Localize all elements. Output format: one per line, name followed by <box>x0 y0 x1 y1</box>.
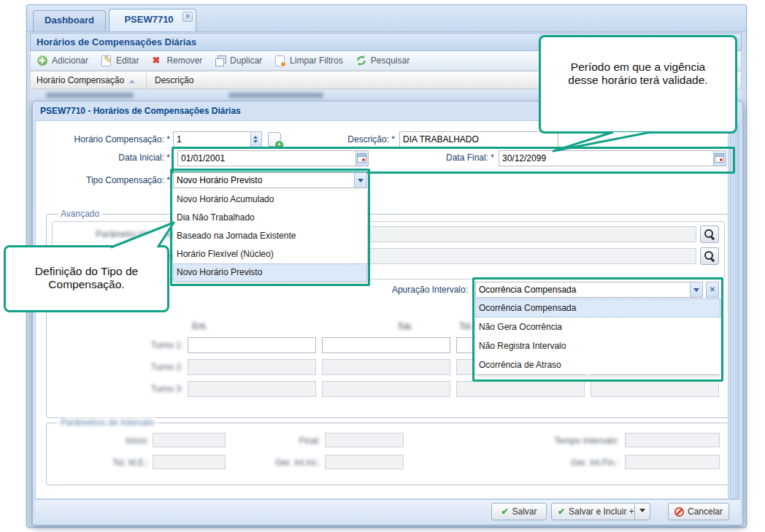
turno3-ent-field <box>188 381 316 397</box>
turno2-sai-field <box>322 359 450 375</box>
data-final-label: Data Final: * <box>424 153 494 163</box>
spinner-down-icon[interactable] <box>253 140 258 145</box>
dialog-title: PSEW7710 - Horários de Compensações Diár… <box>40 106 241 116</box>
apuracao-intervalo-combo[interactable]: Ocorrência Compensada <box>475 282 703 298</box>
tempo-intervalo-field <box>625 433 720 447</box>
horario-compensacao-field[interactable]: 1 <box>173 131 262 147</box>
refresh-icon <box>355 55 367 66</box>
dropdown-option-selected[interactable]: Novo Horário Previsto <box>173 263 367 282</box>
tab-psew7710[interactable]: PSEW7710 ✕ <box>109 9 196 31</box>
search-button[interactable]: Pesquisar <box>355 55 410 66</box>
final-label: Final: <box>247 436 320 446</box>
number-spinner[interactable] <box>250 132 261 147</box>
tol-me-field <box>153 455 226 469</box>
tab-close-icon[interactable]: ✕ <box>182 12 193 22</box>
data-inicial-field[interactable]: 01/01/2001 <box>177 150 369 166</box>
blurred-cell <box>228 93 323 98</box>
vertical-scrollbar[interactable] <box>728 122 739 499</box>
search-button-label: Pesquisar <box>371 55 410 66</box>
tipo-compensacao-label: Tipo Compensação: * <box>68 175 170 185</box>
grid-col-horario[interactable]: Horário Compensação <box>36 75 135 85</box>
param1-lookup-button[interactable] <box>700 225 719 243</box>
calendar-icon <box>357 153 366 163</box>
dropdown-option[interactable]: Não Registra Intervalo <box>475 336 720 355</box>
callout-definicao-text: Definição do Tipo de Compensação. <box>35 265 138 290</box>
turno1-label: Turno 1: <box>139 340 183 350</box>
dropdown-option[interactable]: Ocorrência de Atraso <box>475 355 720 374</box>
callout-periodo-pointer <box>547 130 657 153</box>
grid-col-horario-label: Horário Compensação <box>36 75 124 85</box>
grid-col-descricao-label: Descrição <box>155 75 193 85</box>
tempo-intervalo-label: Tempo Intervalo: <box>531 436 619 446</box>
check-icon <box>501 506 508 517</box>
new-record-icon[interactable] <box>268 132 281 147</box>
callout-definicao: Definição do Tipo de Compensação. <box>4 245 169 312</box>
date-trigger[interactable] <box>355 151 368 166</box>
clear-filters-icon <box>274 55 286 66</box>
screenshot-root: { "tabs": { "dashboard": "Dashboard", "p… <box>0 0 765 532</box>
dropdown-option[interactable]: Dia Não Trabalhado <box>173 209 367 227</box>
descricao-field[interactable]: DIA TRABALHADO <box>399 131 558 147</box>
save-and-add-button[interactable]: Salvar e Incluir + <box>551 503 650 520</box>
turno1-ent-field[interactable] <box>188 337 316 353</box>
turno2-ent-field <box>188 359 316 375</box>
apuracao-intervalo-label: Apuração Intervalo: <box>373 285 468 295</box>
turno3-label: Turno 3: <box>139 384 183 394</box>
data-inicial-value: 01/01/2001 <box>181 153 225 163</box>
dropdown-option[interactable]: Baseado na Jornada Existente <box>173 227 367 245</box>
duplicate-button[interactable]: Duplicar <box>215 55 262 66</box>
tipo-compensacao-combo[interactable]: Novo Horário Previsto <box>173 172 367 188</box>
remove-button-label: Remover <box>166 55 202 66</box>
scrollbar-thumb[interactable] <box>730 122 739 499</box>
turno3-sai-field <box>322 381 450 397</box>
add-button-label: Adicionar <box>52 55 88 66</box>
cancel-button-label: Cancelar <box>688 506 723 517</box>
ger-int-ini-field <box>325 455 404 469</box>
date-trigger[interactable] <box>713 151 726 166</box>
chevron-down-icon <box>693 288 699 295</box>
cancel-icon <box>674 507 684 517</box>
turno2-label: Turno 2: <box>139 362 183 372</box>
save-button-label: Salvar <box>512 506 537 517</box>
data-inicial-label: Data Inicial: * <box>97 153 170 163</box>
dropdown-option[interactable]: Novo Horário Acumulado <box>173 190 367 209</box>
descricao-label: Descrição: * <box>344 134 395 144</box>
save-and-add-menu-arrow[interactable] <box>634 504 650 520</box>
caret-down-icon <box>639 509 645 515</box>
tab-dashboard[interactable]: Dashboard <box>33 10 106 31</box>
dialog-psew7710: PSEW7710 - Horários de Compensações Diár… <box>32 101 743 525</box>
callout-periodo-text: Período em que a vigência desse horário … <box>568 61 707 86</box>
dropdown-option-selected[interactable]: Ocorrência Compensada <box>475 298 720 317</box>
ger-int-fin-label: Ger. Int.Fin.: <box>531 458 619 468</box>
save-button[interactable]: Salvar <box>491 503 547 520</box>
dropdown-option[interactable]: Não Gera Ocorrência <box>475 317 720 336</box>
blurred-cell <box>46 93 134 98</box>
param2-lookup-button[interactable] <box>700 247 719 265</box>
cancel-button[interactable]: Cancelar <box>668 503 729 520</box>
combo-trigger[interactable] <box>690 282 702 297</box>
sort-asc-icon <box>129 80 135 83</box>
remove-icon <box>151 55 163 66</box>
turno1-sai-field[interactable] <box>322 337 450 353</box>
remove-button[interactable]: Remover <box>151 55 202 66</box>
apuracao-intervalo-dropdown: Ocorrência Compensada Não Gera Ocorrênci… <box>475 298 720 374</box>
clear-filters-button[interactable]: Limpar Filtros <box>274 55 343 66</box>
inicio-label: Início: <box>76 436 149 446</box>
spinner-up-icon[interactable] <box>253 134 258 139</box>
panel-title-text: Horários de Compensações Diárias <box>36 36 196 47</box>
horario-compensacao-value: 1 <box>177 134 182 144</box>
column-divider <box>146 72 147 88</box>
descricao-value: DIA TRABALHADO <box>403 134 479 144</box>
grid-col-descricao[interactable]: Descrição <box>155 75 193 85</box>
tab-strip: Dashboard PSEW7710 ✕ <box>27 5 746 32</box>
apuracao-intervalo-value: Ocorrência Compensada <box>479 285 576 295</box>
dropdown-option[interactable]: Horário Flexível (Núcleo) <box>173 245 367 263</box>
edit-button[interactable]: Editar <box>101 55 139 66</box>
chevron-down-icon <box>358 179 364 185</box>
combo-trigger[interactable] <box>354 173 366 188</box>
duplicate-icon <box>215 55 226 66</box>
parametros-intervalo-legend: Parâmetros de Intervalo <box>58 417 157 428</box>
add-button[interactable]: Adicionar <box>36 55 88 66</box>
clear-field-button[interactable]: ✕ <box>706 282 719 298</box>
tab-psew7710-label: PSEW7710 <box>124 14 173 25</box>
